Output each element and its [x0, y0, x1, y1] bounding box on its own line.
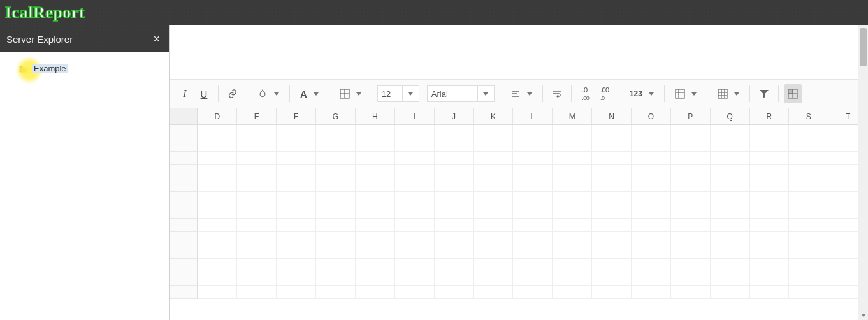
cell[interactable]: [198, 138, 237, 152]
cell[interactable]: [198, 272, 237, 286]
cell[interactable]: [237, 219, 277, 232]
column-header[interactable]: D: [198, 108, 237, 124]
cell[interactable]: [356, 286, 395, 299]
cell[interactable]: [711, 152, 750, 165]
cell[interactable]: [435, 286, 474, 299]
cell[interactable]: [198, 259, 237, 272]
cell[interactable]: [435, 205, 474, 219]
cell[interactable]: [750, 125, 790, 138]
cell[interactable]: [592, 232, 632, 245]
row-header[interactable]: [170, 192, 198, 205]
column-header[interactable]: M: [553, 108, 592, 124]
cell[interactable]: [395, 272, 435, 286]
cell[interactable]: [316, 219, 356, 232]
cell[interactable]: [711, 232, 750, 245]
column-header[interactable]: O: [632, 108, 671, 124]
column-header[interactable]: S: [789, 108, 828, 124]
column-header[interactable]: Q: [711, 108, 750, 124]
cell[interactable]: [435, 259, 474, 272]
cell[interactable]: [632, 272, 671, 286]
cell[interactable]: [356, 272, 395, 286]
cell[interactable]: [592, 125, 632, 138]
insert-cells-button[interactable]: [670, 84, 702, 103]
sidebar-close-button[interactable]: ×: [153, 33, 160, 46]
cell[interactable]: [789, 165, 828, 178]
cell[interactable]: [789, 219, 828, 232]
borders-button[interactable]: [335, 84, 366, 103]
cell[interactable]: [671, 125, 711, 138]
cell[interactable]: [356, 259, 395, 272]
column-header[interactable]: J: [435, 108, 474, 124]
cell[interactable]: [356, 178, 395, 192]
cell[interactable]: [750, 152, 790, 165]
cell[interactable]: [198, 178, 237, 192]
cell[interactable]: [553, 286, 592, 299]
cell[interactable]: [277, 178, 316, 192]
cell[interactable]: [198, 125, 237, 138]
column-header[interactable]: K: [474, 108, 513, 124]
cell[interactable]: [789, 259, 828, 272]
cell[interactable]: [671, 245, 711, 259]
cell[interactable]: [553, 232, 592, 245]
cell[interactable]: [356, 138, 395, 152]
row-header[interactable]: [170, 178, 198, 192]
cell[interactable]: [592, 272, 632, 286]
cell[interactable]: [789, 205, 828, 219]
row-header[interactable]: [170, 138, 198, 152]
column-header[interactable]: H: [356, 108, 395, 124]
column-header[interactable]: P: [671, 108, 711, 124]
select-all-corner[interactable]: [170, 108, 198, 124]
cell[interactable]: [553, 192, 592, 205]
cell[interactable]: [198, 152, 237, 165]
cell[interactable]: [474, 272, 513, 286]
cell[interactable]: [750, 219, 790, 232]
cell[interactable]: [513, 152, 553, 165]
delete-cells-button[interactable]: [712, 84, 744, 103]
cell[interactable]: [592, 192, 632, 205]
cell[interactable]: [237, 178, 277, 192]
cell[interactable]: [750, 138, 790, 152]
row-header[interactable]: [170, 286, 198, 299]
cell[interactable]: [553, 138, 592, 152]
cell[interactable]: [632, 178, 671, 192]
cell[interactable]: [474, 286, 513, 299]
font-size-input[interactable]: [377, 85, 403, 102]
cell[interactable]: [474, 165, 513, 178]
cell[interactable]: [671, 286, 711, 299]
cell[interactable]: [237, 138, 277, 152]
cell[interactable]: [513, 219, 553, 232]
cell[interactable]: [513, 232, 553, 245]
cell[interactable]: [592, 138, 632, 152]
cell[interactable]: [237, 232, 277, 245]
cell[interactable]: [632, 165, 671, 178]
cell[interactable]: [237, 205, 277, 219]
font-name-select[interactable]: [427, 84, 495, 103]
cell[interactable]: [632, 192, 671, 205]
cell[interactable]: [553, 219, 592, 232]
cell[interactable]: [395, 125, 435, 138]
cell[interactable]: [513, 138, 553, 152]
cell[interactable]: [513, 272, 553, 286]
cell[interactable]: [316, 286, 356, 299]
row-header[interactable]: [170, 125, 198, 138]
font-color-button[interactable]: A: [295, 84, 324, 103]
cell[interactable]: [632, 152, 671, 165]
cell[interactable]: [356, 192, 395, 205]
cell[interactable]: [198, 232, 237, 245]
cell[interactable]: [750, 192, 790, 205]
cell[interactable]: [198, 165, 237, 178]
cell[interactable]: [592, 286, 632, 299]
cell[interactable]: [277, 286, 316, 299]
cell[interactable]: [237, 152, 277, 165]
cell[interactable]: [474, 205, 513, 219]
cell[interactable]: [789, 138, 828, 152]
cell[interactable]: [395, 219, 435, 232]
cell[interactable]: [553, 178, 592, 192]
cell[interactable]: [277, 219, 316, 232]
row-header[interactable]: [170, 232, 198, 245]
cell[interactable]: [711, 138, 750, 152]
cell[interactable]: [356, 205, 395, 219]
cell[interactable]: [435, 152, 474, 165]
cell[interactable]: [711, 205, 750, 219]
cell[interactable]: [711, 219, 750, 232]
